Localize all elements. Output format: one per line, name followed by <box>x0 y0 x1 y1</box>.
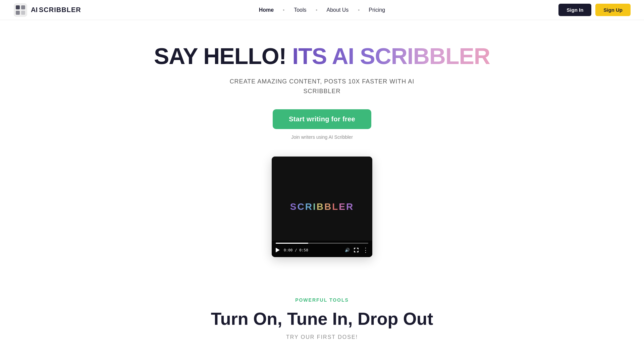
hero-subtitle-line1: CREATE AMAZING CONTENT, POSTS 10X FASTER… <box>230 78 415 85</box>
letter-b1: B <box>317 201 324 212</box>
video-controls: 0:00 / 0:58 🔊 ⋮ <box>272 241 372 257</box>
tools-badge: POWERFUL TOOLS <box>295 297 349 303</box>
nav-item-home[interactable]: Home <box>254 4 279 16</box>
video-controls-right: 🔊 ⋮ <box>345 246 368 254</box>
tools-title: Turn On, Tune In, Drop Out <box>211 309 433 328</box>
hero-join-text: Join writers using AI Scribbler <box>291 134 353 140</box>
navbar-actions: Sign In Sign Up <box>558 4 631 16</box>
nav-item-tools[interactable]: Tools <box>288 4 312 16</box>
letter-r2: R <box>346 201 354 212</box>
video-fullscreen-button[interactable] <box>354 248 359 252</box>
nav-pricing-label: Pricing <box>369 7 385 13</box>
letter-i: I <box>313 201 317 212</box>
hero-title: SAY HELLO! ITS AI SCRIBBLER <box>154 44 490 69</box>
signup-button[interactable]: Sign Up <box>595 4 631 16</box>
hero-title-plain: SAY HELLO! <box>154 43 286 69</box>
tools-section: POWERFUL TOOLS Turn On, Tune In, Drop Ou… <box>0 277 644 353</box>
letter-r1: R <box>305 201 313 212</box>
nav-separator-3 <box>358 9 359 11</box>
letter-s: S <box>290 201 298 212</box>
video-controls-row: 0:00 / 0:58 🔊 ⋮ <box>276 246 368 254</box>
hero-subtitle: CREATE AMAZING CONTENT, POSTS 10X FASTER… <box>230 77 415 96</box>
video-more-button[interactable]: ⋮ <box>363 246 368 254</box>
svg-rect-1 <box>16 5 20 9</box>
video-play-button[interactable] <box>276 248 280 252</box>
letter-e: E <box>339 201 346 212</box>
video-progress-bar[interactable] <box>276 243 368 244</box>
logo-link[interactable]: AI SCRIBBLER <box>13 3 81 17</box>
svg-rect-4 <box>21 11 25 15</box>
video-controls-left: 0:00 / 0:58 <box>276 248 308 252</box>
logo-ai: AI <box>31 6 38 14</box>
logo-icon <box>13 3 28 17</box>
letter-c: C <box>297 201 305 212</box>
signin-button[interactable]: Sign In <box>558 4 591 16</box>
nav-home-label: Home <box>259 7 274 13</box>
letter-b2: B <box>324 201 332 212</box>
video-volume-button[interactable]: 🔊 <box>345 248 350 252</box>
nav-separator-1 <box>283 9 284 11</box>
nav-about-label: About Us <box>327 7 349 13</box>
video-scribbler-text: SCRIBBLER <box>290 201 354 212</box>
logo-scribbler: SCRIBBLER <box>39 6 81 14</box>
nav-item-about[interactable]: About Us <box>321 4 354 16</box>
svg-rect-3 <box>16 11 20 15</box>
video-time: 0:00 / 0:58 <box>284 248 308 252</box>
video-player: SCRIBBLER 0:00 / 0:58 🔊 <box>272 157 372 257</box>
start-writing-button[interactable]: Start writing for free <box>273 109 371 129</box>
nav-tools-label: Tools <box>294 7 306 13</box>
hero-subtitle-line2: SCRIBBLER <box>303 88 340 95</box>
nav-separator-2 <box>316 9 317 11</box>
logo-text: AI SCRIBBLER <box>31 6 81 14</box>
nav-item-pricing[interactable]: Pricing <box>363 4 390 16</box>
hero-section: SAY HELLO! ITS AI SCRIBBLER CREATE AMAZI… <box>0 20 644 277</box>
tools-subtitle: TRY OUR FIRST DOSE! <box>286 334 358 340</box>
fullscreen-icon <box>354 248 359 252</box>
video-progress-fill <box>276 243 308 244</box>
hero-title-gradient: ITS AI SCRIBBLER <box>292 43 490 69</box>
navbar-nav: Home Tools About Us Pricing <box>254 4 391 16</box>
play-triangle-icon <box>276 248 280 252</box>
navbar: AI SCRIBBLER Home Tools About Us Pricing… <box>0 0 644 20</box>
svg-rect-2 <box>21 5 25 9</box>
letter-l: L <box>332 201 339 212</box>
